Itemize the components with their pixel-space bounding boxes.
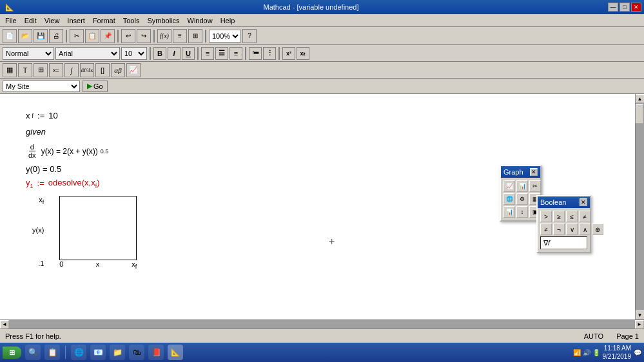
font-select[interactable]: Arial	[55, 47, 120, 60]
menu-edit[interactable]: Edit	[21, 15, 41, 26]
bool-row-2: ≠ ¬ ∨ ∧ ⊕	[540, 224, 587, 235]
menu-format[interactable]: Format	[89, 15, 119, 26]
scroll-down-btn[interactable]: ▼	[636, 310, 645, 319]
integral-btn[interactable]: ∫	[64, 63, 79, 77]
deriv-btn[interactable]: df/dx	[80, 63, 94, 77]
bool-xor-btn[interactable]: ⊕	[592, 224, 603, 235]
xf-assign: :=	[37, 111, 44, 120]
bold-btn[interactable]: B	[153, 47, 166, 60]
zoom-help-btn[interactable]: ?	[242, 29, 257, 43]
menu-symbolics[interactable]: Symbolics	[143, 15, 183, 26]
equals-btn[interactable]: x=	[49, 63, 63, 77]
italic-btn[interactable]: I	[168, 47, 181, 60]
superscript-btn[interactable]: x²	[282, 47, 295, 60]
paste-btn[interactable]: 📌	[101, 29, 115, 43]
graph-chart-btn[interactable]: 📊	[503, 206, 515, 218]
boolean-panel-close-btn[interactable]: ✕	[580, 198, 587, 206]
app-minimize-btn[interactable]: —	[608, 3, 618, 12]
taskbar-browser[interactable]: 🌐	[71, 345, 86, 360]
tray-battery[interactable]: 🔋	[592, 349, 600, 356]
calc-btn[interactable]: ≡	[173, 29, 187, 43]
align-center-btn[interactable]: ☰	[215, 47, 228, 60]
taskbar-taskview[interactable]: 📋	[44, 345, 60, 360]
bool-or-btn[interactable]: ∨	[566, 224, 578, 235]
content-area[interactable]: xf := 10 given d dx y(x) = 2(x + y(x))0.…	[0, 94, 635, 319]
scroll-track-v[interactable]	[636, 103, 645, 310]
app-maximize-btn[interactable]: □	[620, 3, 630, 12]
graph-globe-btn[interactable]: 🌐	[503, 193, 515, 205]
undo-btn[interactable]: ↩	[121, 29, 135, 43]
zoom-select[interactable]: 100% 75% 150%	[209, 30, 241, 43]
redo-btn[interactable]: ↪	[137, 29, 151, 43]
bool-neq-btn[interactable]: ≠	[540, 224, 552, 235]
taskbar-pdf[interactable]: 📕	[148, 345, 164, 360]
alpha-btn[interactable]: αβ	[111, 63, 125, 77]
graph-plot-area[interactable]: 0 x xf	[46, 196, 137, 270]
subscript-btn[interactable]: x₂	[297, 47, 309, 60]
bool-not-btn[interactable]: ¬	[553, 224, 565, 235]
align-left-btn[interactable]: ≡	[201, 47, 214, 60]
copy-btn[interactable]: 📋	[85, 29, 99, 43]
system-clock[interactable]: 11:18 AM 9/21/2019	[603, 344, 632, 361]
horizontal-scrollbar: ◄ ►	[0, 319, 644, 329]
math-toolbar: ▦ T ⊞ x= ∫ df/dx [] αβ 📈	[0, 62, 644, 79]
menu-help[interactable]: Help	[217, 15, 239, 26]
graph-panel-close-btn[interactable]: ✕	[530, 168, 538, 176]
menu-tools[interactable]: Tools	[119, 15, 144, 26]
menu-insert[interactable]: Insert	[63, 15, 89, 26]
taskbar-mail[interactable]: 📧	[90, 345, 106, 360]
font-size-select[interactable]: 10	[121, 47, 147, 60]
print-btn[interactable]: 🖨	[49, 29, 63, 43]
scroll-left-btn[interactable]: ◄	[0, 320, 9, 329]
scroll-track-h[interactable]	[9, 320, 635, 329]
component-btn[interactable]: ⊞	[34, 63, 48, 77]
matrix-btn[interactable]: ⊞	[188, 29, 202, 43]
num-list-btn[interactable]: ⋮	[263, 47, 276, 60]
tray-notification[interactable]: 💬	[634, 349, 641, 356]
taskbar-search[interactable]: 🔍	[25, 345, 41, 360]
site-select[interactable]: My Site	[3, 81, 80, 92]
style-select[interactable]: Normal	[3, 47, 54, 60]
taskbar-explorer[interactable]: 📁	[110, 345, 125, 360]
menu-file[interactable]: File	[1, 15, 21, 26]
graph-settings-btn[interactable]: ⚙	[516, 193, 528, 205]
graph-scissors-btn[interactable]: ✂	[529, 180, 541, 192]
align-right-btn[interactable]: ≡	[229, 47, 242, 60]
scroll-up-btn[interactable]: ▲	[636, 94, 645, 103]
menu-view[interactable]: View	[41, 15, 64, 26]
graph2-btn[interactable]: 📈	[126, 63, 141, 77]
math-region-btn[interactable]: ▦	[3, 63, 17, 77]
bool-input-field[interactable]: ∇f	[540, 236, 587, 249]
scroll-right-btn[interactable]: ►	[635, 320, 644, 329]
new-btn[interactable]: 📄	[3, 29, 17, 43]
graph-line-btn[interactable]: 📈	[503, 180, 515, 192]
close-btn[interactable]: ✕	[631, 3, 641, 12]
window-controls: — □ ✕	[608, 3, 641, 12]
list-btn[interactable]: ≔	[249, 47, 262, 60]
bool-ge-btn[interactable]: ≥	[553, 211, 565, 222]
bool-gt-btn[interactable]: >	[540, 211, 552, 222]
matrix2-btn[interactable]: []	[95, 63, 110, 77]
bool-ne-btn[interactable]: ≠	[579, 211, 590, 222]
go-button[interactable]: ▶ Go	[83, 81, 108, 92]
text-region-btn[interactable]: T	[18, 63, 32, 77]
taskbar-mathcad[interactable]: 📐	[168, 345, 183, 360]
menu-window[interactable]: Window	[184, 15, 217, 26]
scroll-thumb-v[interactable]	[636, 104, 643, 124]
save-btn[interactable]: 💾	[34, 29, 48, 43]
start-button[interactable]: ⊞	[3, 347, 21, 359]
tray-sound[interactable]: 🔊	[583, 349, 590, 356]
x-label-xf: xf	[132, 260, 137, 270]
graph-box[interactable]	[59, 196, 137, 260]
sum-btn[interactable]: f(x)	[157, 29, 171, 43]
open-btn[interactable]: 📂	[18, 29, 32, 43]
cut-btn[interactable]: ✂	[70, 29, 84, 43]
tray-network[interactable]: 📶	[573, 349, 581, 356]
y1-label: y1	[26, 178, 34, 189]
bool-and-btn[interactable]: ∧	[579, 224, 590, 235]
graph-zoom-btn[interactable]: ↕	[516, 206, 528, 218]
graph-bar-btn[interactable]: 📊	[516, 180, 528, 192]
bool-le-btn[interactable]: ≤	[566, 211, 578, 222]
taskbar-store[interactable]: 🛍	[129, 345, 144, 360]
underline-btn[interactable]: U	[182, 47, 195, 60]
